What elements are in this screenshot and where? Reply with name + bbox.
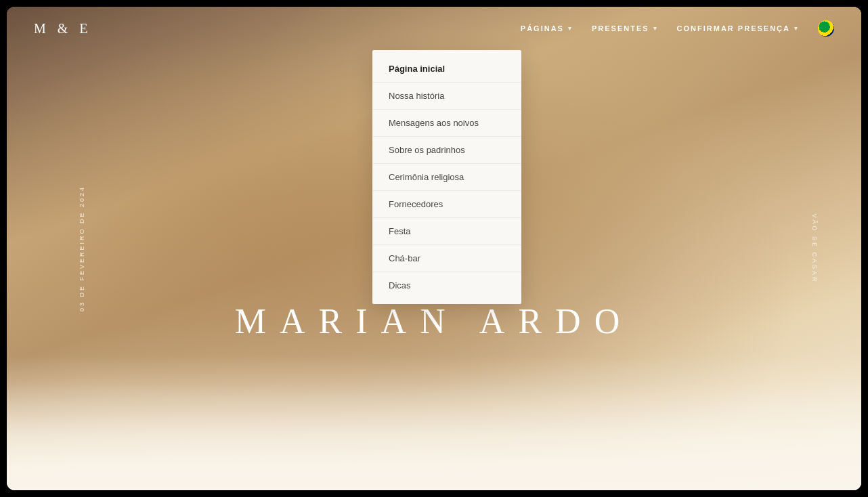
- dropdown-item-groomsmen[interactable]: Sobre os padrinhos: [372, 137, 521, 163]
- main-title: MARIAN ARDO: [7, 301, 861, 341]
- chevron-down-icon: ▾: [653, 25, 658, 32]
- chevron-down-icon: ▾: [568, 25, 573, 32]
- side-text-getting-married: VÃO SE CASAR: [810, 213, 817, 283]
- side-text-date: 03 DE FEVEREIRO DE 2024: [79, 186, 85, 311]
- hero-section: M & E PÁGINAS ▾ PRESENTES ▾ CONFIRMAR PR…: [7, 7, 861, 490]
- dropdown-item-tips[interactable]: Dicas: [372, 272, 521, 299]
- dropdown-item-tea-bar[interactable]: Chá-bar: [372, 245, 521, 272]
- nav-gifts[interactable]: PRESENTES ▾: [592, 24, 658, 33]
- fog-overlay: [7, 355, 861, 490]
- pages-dropdown-menu: Página inicial Nossa história Mensagens …: [372, 50, 521, 304]
- chevron-down-icon: ▾: [794, 25, 799, 32]
- navbar: M & E PÁGINAS ▾ PRESENTES ▾ CONFIRMAR PR…: [7, 7, 861, 50]
- dropdown-item-ceremony[interactable]: Cerimônia religiosa: [372, 164, 521, 190]
- dropdown-item-home[interactable]: Página inicial: [372, 56, 521, 82]
- nav-pages[interactable]: PÁGINAS ▾: [521, 24, 573, 33]
- browser-frame: M & E PÁGINAS ▾ PRESENTES ▾ CONFIRMAR PR…: [7, 7, 861, 490]
- nav-right: PÁGINAS ▾ PRESENTES ▾ CONFIRMAR PRESENÇA…: [521, 20, 834, 37]
- dropdown-item-messages[interactable]: Mensagens aos noivos: [372, 110, 521, 136]
- dropdown-item-party[interactable]: Festa: [372, 218, 521, 244]
- logo[interactable]: M & E: [34, 21, 92, 37]
- nav-confirm[interactable]: CONFIRMAR PRESENÇA ▾: [677, 24, 799, 33]
- dropdown-item-our-story[interactable]: Nossa história: [372, 83, 521, 109]
- language-flag-brazil[interactable]: [818, 20, 834, 37]
- dropdown-item-vendors[interactable]: Fornecedores: [372, 191, 521, 217]
